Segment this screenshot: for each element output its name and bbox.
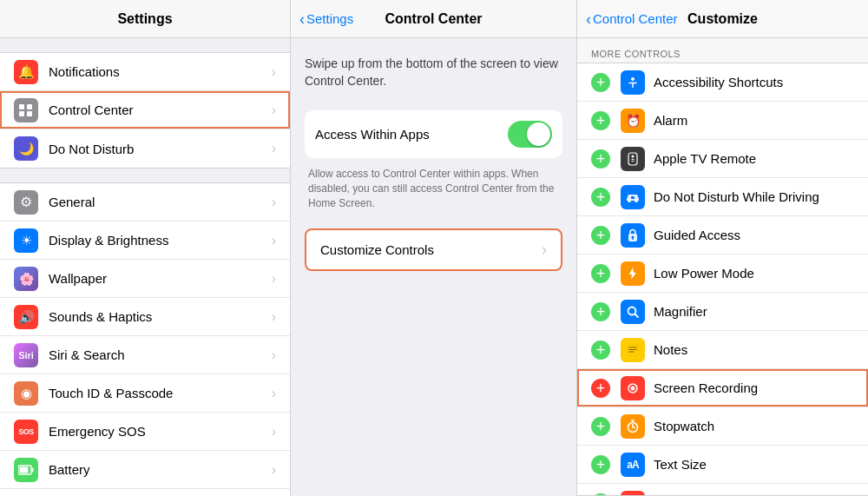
customize-item-accessibility-shortcuts[interactable]: + Accessibility Shortcuts [577,63,868,102]
settings-item-touch-id[interactable]: ◉ Touch ID & Passcode › [0,374,290,413]
settings-item-battery[interactable]: Battery › [0,451,290,489]
text-size-label: Text Size [654,457,854,472]
add-alarm-button[interactable]: + [591,111,610,130]
display-brightness-label: Display & Brightness [49,233,272,248]
control-center-back-button[interactable]: ‹ Control Center [586,11,678,27]
settings-group-1: 🔔 Notifications › Control Center › [0,52,290,169]
add-stopwatch-button[interactable]: + [591,417,610,436]
settings-nav-bar: Settings [0,0,290,38]
back-label: Control Center [593,11,678,26]
control-center-icon [14,98,38,122]
touch-id-label: Touch ID & Passcode [49,386,272,400]
back-label: Settings [306,11,353,26]
add-low-power-mode-button[interactable]: + [591,264,610,283]
add-notes-button[interactable]: + [591,341,610,360]
settings-item-do-not-disturb[interactable]: 🌙 Do Not Disturb › [0,129,290,168]
screen-recording-icon [621,376,645,400]
customize-list: + Accessibility Shortcuts + ⏰ Alarm + [577,63,868,496]
emergency-sos-label: Emergency SOS [49,424,272,439]
settings-back-button[interactable]: ‹ Settings [299,11,353,27]
customize-item-text-size[interactable]: + aA Text Size [577,446,868,484]
settings-item-control-center[interactable]: Control Center › [0,91,290,129]
do-not-disturb-label: Do Not Disturb [49,142,272,156]
accessibility-shortcuts-label: Accessibility Shortcuts [654,75,854,89]
customize-item-low-power-mode[interactable]: + Low Power Mode [577,255,868,293]
access-within-apps-toggle[interactable] [508,121,552,148]
customize-item-stopwatch[interactable]: + Stopwatch [577,407,868,446]
customize-controls-row[interactable]: Customize Controls › [305,228,562,271]
settings-group-2: ⚙ General › ☀ Display & Brightness › 🌸 W… [0,182,290,496]
add-dnd-driving-button[interactable]: + [591,188,610,207]
text-size-icon: aA [621,453,645,477]
customize-item-dnd-driving[interactable]: + Do Not Disturb While Driving [577,178,868,216]
add-apple-tv-remote-button[interactable]: + [591,149,610,169]
chevron-right-icon: › [272,64,276,80]
wallpaper-icon: 🌸 [14,267,38,291]
cc-description: Swipe up from the bottom of the screen t… [305,56,562,89]
dnd-driving-icon [621,185,645,209]
customize-item-magnifier[interactable]: + Magnifier [577,293,868,331]
stopwatch-label: Stopwatch [654,419,854,433]
siri-search-icon: Siri [14,343,38,367]
svg-rect-13 [632,237,634,240]
dnd-driving-label: Do Not Disturb While Driving [654,189,854,204]
customize-title: Customize [687,11,758,27]
add-accessibility-shortcuts-button[interactable]: + [591,73,610,92]
alarm-icon: ⏰ [621,109,645,133]
control-center-content: Swipe up from the bottom of the screen t… [291,38,576,496]
magnifier-icon [621,300,645,324]
customize-item-apple-tv-remote[interactable]: + Apple TV Remote [577,140,868,178]
svg-marker-14 [629,268,636,280]
customize-panel: ‹ Control Center Customize MORE CONTROLS… [577,0,868,496]
accessibility-shortcuts-icon [621,70,645,95]
settings-item-privacy[interactable]: ✋ Privacy › [0,489,290,496]
settings-title: Settings [117,11,172,27]
access-within-apps-desc: Allow access to Control Center within ap… [305,163,562,210]
customize-item-screen-recording[interactable]: + Screen Recording [577,369,868,407]
do-not-disturb-icon: 🌙 [14,136,38,161]
svg-point-5 [632,155,635,157]
chevron-right-icon: › [272,347,276,363]
settings-item-general[interactable]: ⚙ General › [0,183,290,222]
low-power-mode-label: Low Power Mode [654,266,854,281]
add-text-size-button[interactable]: + [591,455,610,474]
chevron-right-icon: › [272,141,276,156]
chevron-right-icon: › [272,195,276,210]
battery-icon [14,458,38,482]
add-magnifier-button[interactable]: + [591,302,610,321]
add-screen-recording-button[interactable]: + [591,379,610,398]
settings-item-emergency-sos[interactable]: SOS Emergency SOS › [0,413,290,451]
customize-item-guided-access[interactable]: + Guided Access [577,216,868,255]
chevron-right-icon: › [272,462,276,478]
battery-label: Battery [49,462,272,477]
control-center-nav-bar: ‹ Settings Control Center [291,0,576,38]
chevron-right-icon: › [272,309,276,325]
customize-item-notes[interactable]: + Notes [577,331,868,369]
display-brightness-icon: ☀ [14,228,38,253]
svg-rect-6 [632,159,635,160]
low-power-mode-icon [621,261,645,286]
chevron-right-icon: › [272,233,276,248]
settings-item-sounds-haptics[interactable]: 🔊 Sounds & Haptics › [0,298,290,336]
settings-item-display-brightness[interactable]: ☀ Display & Brightness › [0,222,290,260]
chevron-right-icon: › [272,103,276,118]
svg-rect-1 [32,467,34,472]
add-voice-memos-button[interactable]: + [591,493,610,497]
customize-chevron-icon: › [542,241,547,259]
add-guided-access-button[interactable]: + [591,226,610,245]
notifications-icon: 🔔 [14,60,38,84]
svg-line-16 [635,314,639,317]
settings-list: 🔔 Notifications › Control Center › [0,38,290,496]
general-label: General [49,195,272,209]
customize-item-alarm[interactable]: + ⏰ Alarm [577,102,868,140]
customize-item-voice-memos[interactable]: + Voice Memos [577,484,868,496]
screen-recording-label: Screen Recording [654,380,854,395]
back-chevron-icon: ‹ [586,11,591,27]
settings-item-wallpaper[interactable]: 🌸 Wallpaper › [0,260,290,298]
settings-item-siri-search[interactable]: Siri Siri & Search › [0,336,290,374]
settings-item-notifications[interactable]: 🔔 Notifications › [0,53,290,91]
more-controls-header: MORE CONTROLS [577,38,868,63]
stopwatch-icon [621,414,645,439]
svg-rect-2 [20,466,29,473]
guided-access-icon [621,223,645,248]
